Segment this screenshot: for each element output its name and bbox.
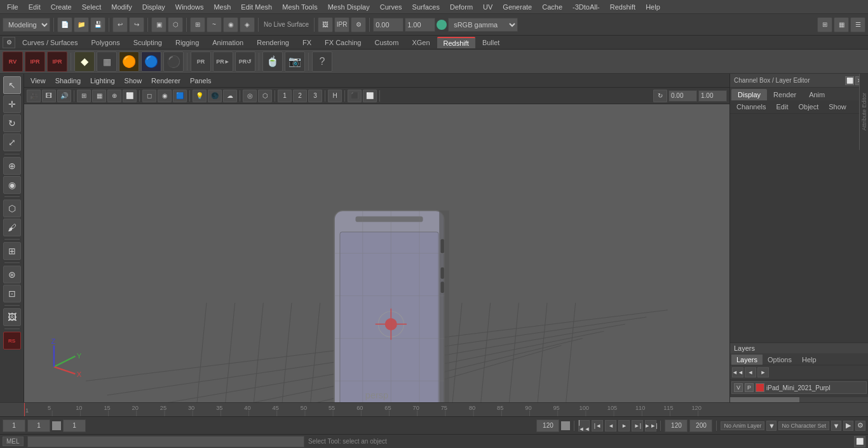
anim-layer-settings[interactable]: ▼ — [766, 421, 776, 431]
undo-btn[interactable]: ↩ — [112, 17, 128, 32]
shelf-tab-custom[interactable]: Custom — [369, 37, 405, 48]
shelf-tab-redshift[interactable]: Redshift — [437, 37, 475, 48]
vp-menu-show[interactable]: Show — [121, 76, 146, 86]
menu-modify[interactable]: Modify — [107, 2, 136, 12]
vp-rot-val[interactable] — [668, 90, 697, 102]
layer-scrollbar[interactable] — [730, 396, 868, 402]
end-frame-indicator[interactable] — [561, 421, 570, 430]
vp-film-btn[interactable]: 🎞 — [42, 90, 56, 102]
shelf-settings-btn[interactable]: ⚙ — [3, 37, 15, 48]
snap-curve-btn[interactable]: ~ — [207, 17, 222, 32]
vp-res-high-btn[interactable]: 3 — [308, 90, 322, 102]
char-set-settings[interactable]: ▼ — [831, 421, 841, 431]
select-tool-btn[interactable]: ↖ — [3, 76, 21, 94]
go-to-start-btn[interactable]: |◄◄ — [578, 420, 590, 431]
menu-cache[interactable]: Cache — [538, 2, 567, 12]
menu-edit[interactable]: Edit — [24, 2, 45, 12]
vp-rotate-icon[interactable]: ↻ — [653, 90, 667, 102]
menu-mesh[interactable]: Mesh — [209, 2, 235, 12]
menu-surfaces[interactable]: Surfaces — [408, 2, 444, 12]
rp-anim-tab[interactable]: Anim — [803, 89, 831, 100]
layer-tab-layers[interactable]: Layers — [731, 355, 763, 365]
menu-file[interactable]: File — [3, 2, 23, 12]
vp-manip-btn[interactable]: ⊕ — [107, 90, 121, 102]
layer-action-3[interactable]: ► — [757, 367, 769, 377]
viewport-scene[interactable]: Y X Z persp — [24, 104, 729, 402]
end-frame-input[interactable] — [536, 419, 559, 432]
vp-ao-btn[interactable]: ☁ — [223, 90, 237, 102]
menu-generate[interactable]: Generate — [498, 2, 536, 12]
layer-visibility-btn[interactable]: V — [734, 383, 743, 392]
shelf-tab-animation[interactable]: Animation — [206, 37, 250, 48]
render-settings-btn[interactable]: ⚙ — [351, 17, 366, 32]
rp-render-tab[interactable]: Render — [767, 89, 803, 100]
script-editor-btn[interactable]: ⬜ — [854, 436, 865, 447]
vp-wire-btn[interactable]: ◻ — [142, 90, 156, 102]
mel-lang-btn[interactable]: MEL — [3, 437, 24, 446]
snap-magnet-btn[interactable]: ⊛ — [3, 266, 21, 283]
shelf-tab-rendering[interactable]: Rendering — [250, 37, 295, 48]
universal-manip-btn[interactable]: ⊕ — [3, 157, 21, 175]
rp-object-tab[interactable]: Object — [793, 102, 824, 112]
shelf-icon-sphere[interactable]: 🟠 — [119, 51, 139, 72]
snap-view-btn[interactable]: ◈ — [240, 17, 255, 32]
menu-3dtoall[interactable]: -3DtoAll- — [568, 2, 604, 12]
shelf-tab-fx-caching[interactable]: FX Caching — [318, 37, 367, 48]
lasso-btn[interactable]: ⬡ — [3, 200, 21, 217]
shelf-icon-pr2[interactable]: PR► — [213, 51, 233, 72]
save-file-btn[interactable]: 💾 — [90, 17, 105, 32]
select-mode-btn[interactable]: ▣ — [151, 17, 166, 32]
layer-tab-help[interactable]: Help — [797, 355, 822, 365]
vp-smooth-btn[interactable]: ◉ — [158, 90, 172, 102]
layer-scroll-thumb[interactable] — [730, 397, 799, 402]
timeline-tick-area[interactable]: 1 5 10 15 20 25 30 35 40 45 50 — [24, 403, 729, 416]
shelf-icon-bowl[interactable]: 🍵 — [262, 51, 283, 72]
vp-xray-btn[interactable]: ⬡ — [258, 90, 272, 102]
rp-show-tab[interactable]: Show — [824, 102, 851, 112]
end-range-input[interactable] — [665, 419, 688, 432]
color-space-icon[interactable] — [437, 20, 447, 30]
shelf-tab-fx[interactable]: FX — [296, 37, 318, 48]
menu-display[interactable]: Display — [138, 2, 170, 12]
anim-layer-dropdown[interactable]: No Anim Layer — [721, 421, 764, 430]
shelf-icon-rv[interactable]: RV — [3, 51, 23, 72]
vp-res-med-btn[interactable]: 2 — [293, 90, 307, 102]
vp-menu-lighting[interactable]: Lighting — [86, 76, 119, 86]
numeric-input-2[interactable]: 1.00 — [405, 18, 435, 32]
new-file-btn[interactable]: 📄 — [57, 17, 72, 32]
rotate-tool-btn[interactable]: ↻ — [3, 114, 21, 132]
menu-create[interactable]: Create — [46, 2, 76, 12]
snap-grid-btn[interactable]: ⊞ — [190, 17, 205, 32]
shelf-icon-diamond[interactable]: ◆ — [74, 51, 95, 72]
range-start-input[interactable]: 1 — [3, 419, 25, 432]
menu-edit-mesh[interactable]: Edit Mesh — [236, 2, 276, 12]
shelf-tab-polygons[interactable]: Polygons — [85, 37, 126, 48]
shelf-icon-help[interactable]: ? — [312, 51, 332, 72]
play-back-btn[interactable]: ◄ — [605, 420, 616, 431]
soft-mod-btn[interactable]: ◉ — [3, 176, 21, 194]
mode-dropdown[interactable]: Modeling — [3, 18, 50, 32]
move-tool-btn[interactable]: ✛ — [3, 95, 21, 113]
step-fwd-btn[interactable]: ►| — [632, 420, 643, 431]
attribute-editor-handle[interactable]: Attribute Editor — [859, 74, 868, 150]
shelf-tab-xgen[interactable]: XGen — [405, 37, 436, 48]
menu-mesh-tools[interactable]: Mesh Tools — [278, 2, 322, 12]
vp-menu-view[interactable]: View — [27, 76, 50, 86]
open-file-btn[interactable]: 📁 — [74, 17, 89, 32]
shelf-icon-ball-gray[interactable]: ⚫ — [163, 51, 184, 72]
vp-res-low-btn[interactable]: 1 — [278, 90, 292, 102]
char-set-dropdown[interactable]: No Character Set — [778, 421, 829, 430]
vp-scale-val[interactable] — [698, 90, 727, 102]
vp-bbox-btn[interactable]: ⬜ — [123, 90, 137, 102]
numeric-input-1[interactable]: 0.00 — [373, 18, 403, 32]
snap-point-btn[interactable]: ◉ — [223, 17, 238, 32]
lasso-select-btn[interactable]: ⬡ — [168, 17, 183, 32]
layout-btn-3[interactable]: ☰ — [850, 17, 865, 32]
ipr-btn[interactable]: IPR — [334, 17, 349, 32]
char-set-btn2[interactable]: ▶ — [843, 421, 853, 431]
layout-btn-2[interactable]: ▦ — [834, 17, 849, 32]
menu-mesh-display[interactable]: Mesh Display — [323, 2, 374, 12]
step-back-btn[interactable]: |◄ — [592, 420, 603, 431]
frame-indicator[interactable] — [52, 421, 61, 430]
char-set-btn3[interactable]: ⚙ — [855, 421, 865, 431]
